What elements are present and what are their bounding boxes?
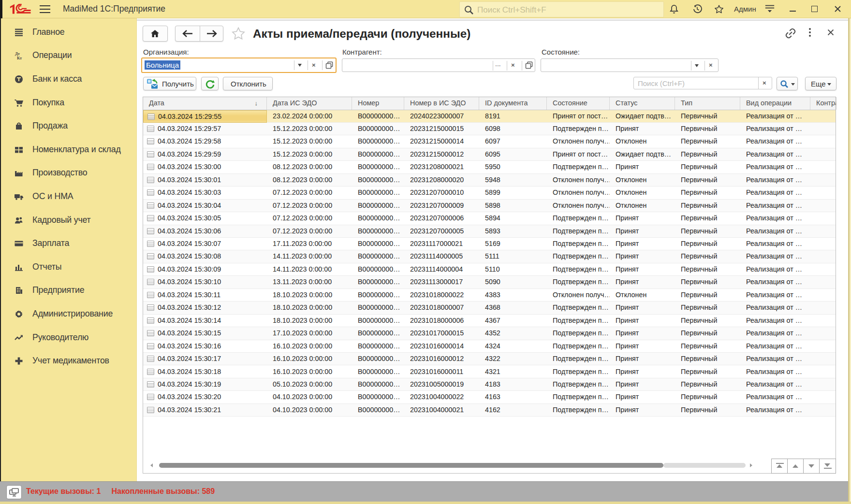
svg-text:Кт: Кт: [17, 56, 22, 60]
